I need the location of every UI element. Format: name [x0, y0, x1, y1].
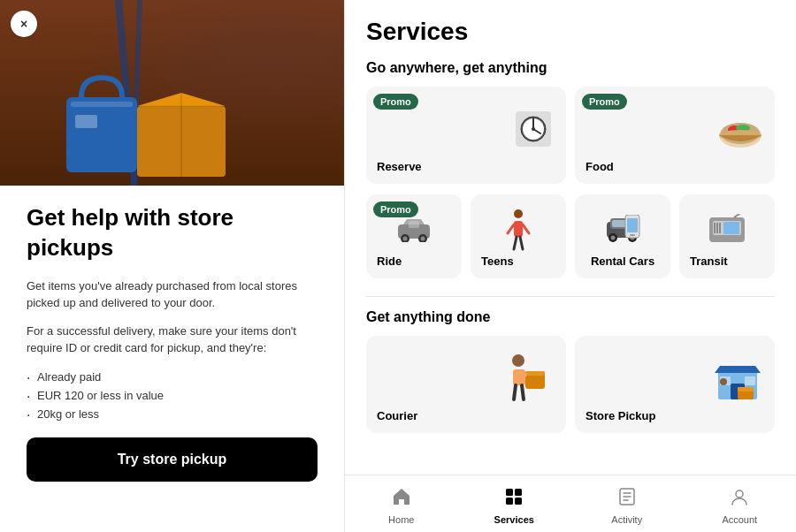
left-heading: Get help with store pickups	[27, 203, 318, 263]
service-card-courier[interactable]: Courier	[366, 336, 566, 433]
svg-line-55	[522, 385, 524, 399]
service-card-rental[interactable]: Rental Cars	[575, 194, 670, 278]
svg-point-23	[421, 237, 425, 241]
svg-rect-39	[627, 218, 638, 232]
svg-line-27	[508, 224, 514, 233]
blue-bag-icon	[62, 71, 142, 177]
teens-label: Teens	[481, 255, 555, 268]
svg-point-63	[720, 378, 727, 385]
svg-point-12	[532, 127, 535, 131]
bottom-nav: Home Services	[345, 475, 796, 532]
service-card-transit[interactable]: Transit	[679, 194, 775, 278]
service-card-teens[interactable]: Teens	[471, 194, 566, 278]
store-pickup-label: Store Pickup	[586, 409, 764, 422]
svg-line-54	[514, 385, 516, 399]
close-button[interactable]: ×	[11, 11, 37, 37]
bullet-item: EUR 120 or less in value	[27, 386, 318, 405]
home-icon	[392, 487, 411, 512]
svg-rect-26	[514, 221, 523, 237]
left-content-area: Get help with store pickups Get items yo…	[0, 186, 344, 532]
svg-rect-40	[630, 234, 635, 236]
left-panel: × Get help with store pickups Get items …	[0, 0, 345, 532]
svg-line-30	[520, 237, 523, 249]
try-store-pickup-button[interactable]: Try store pickup	[27, 437, 318, 482]
food-label: Food	[586, 160, 764, 173]
svg-point-25	[514, 209, 523, 218]
nav-item-activity[interactable]: Activity	[570, 487, 684, 525]
bullet-item: Already paid	[27, 368, 318, 386]
section2-title: Get anything done	[366, 309, 775, 325]
service-card-store-pickup[interactable]: Store Pickup	[575, 336, 775, 433]
right-content-area: Services Go anywhere, get anything Promo	[345, 0, 796, 475]
services-icon	[504, 487, 524, 512]
left-paragraph1: Get items you've already purchased from …	[27, 277, 318, 312]
promo-badge-ride: Promo	[373, 201, 418, 217]
service-card-reserve[interactable]: Promo Reserve	[366, 87, 566, 184]
svg-rect-64	[506, 489, 513, 496]
svg-point-49	[512, 354, 524, 367]
svg-line-53	[522, 375, 525, 378]
section1-title: Go anywhere, get anything	[366, 60, 775, 76]
svg-point-22	[403, 237, 408, 241]
activity-icon	[617, 487, 637, 512]
nav-item-home[interactable]: Home	[345, 487, 458, 525]
nav-item-services[interactable]: Services	[458, 487, 571, 525]
ride-label: Ride	[377, 255, 451, 268]
svg-point-72	[736, 490, 743, 498]
nav-item-account[interactable]: Account	[684, 487, 797, 525]
hero-image: ×	[0, 0, 344, 186]
svg-rect-67	[515, 498, 522, 505]
promo-badge-food: Promo	[582, 94, 627, 110]
right-panel: Services Go anywhere, get anything Promo	[345, 0, 796, 532]
svg-rect-52	[525, 371, 545, 376]
svg-rect-2	[75, 115, 97, 128]
promo-badge-reserve: Promo	[373, 94, 418, 110]
svg-line-29	[514, 237, 517, 249]
svg-marker-57	[715, 366, 761, 373]
svg-rect-66	[506, 498, 513, 505]
page-title: Services	[366, 18, 775, 46]
nav-activity-label: Activity	[611, 514, 642, 525]
yellow-box-icon	[137, 93, 234, 177]
transit-label: Transit	[690, 255, 764, 268]
svg-point-36	[611, 236, 616, 240]
section-divider	[366, 296, 775, 297]
transit-icon	[690, 205, 764, 251]
svg-rect-62	[738, 387, 754, 391]
left-paragraph2: For a successful delivery, make sure you…	[27, 323, 318, 357]
svg-rect-65	[515, 489, 522, 496]
svg-rect-46	[723, 222, 739, 234]
nav-services-label: Services	[494, 514, 534, 525]
rental-label: Rental Cars	[586, 255, 660, 268]
account-icon	[730, 487, 749, 512]
svg-rect-0	[66, 97, 137, 172]
bullet-item: 20kg or less	[27, 405, 318, 423]
rental-icon	[586, 205, 660, 251]
nav-account-label: Account	[722, 514, 757, 525]
store-pickup-icon	[586, 346, 764, 406]
courier-label: Courier	[377, 409, 555, 422]
get-done-grid: Courier	[366, 336, 775, 433]
svg-rect-1	[71, 102, 133, 107]
courier-icon	[377, 346, 555, 406]
teens-icon	[481, 205, 555, 251]
reserve-label: Reserve	[377, 160, 555, 173]
bullet-list: Already paid EUR 120 or less in value 20…	[27, 368, 318, 423]
svg-line-28	[523, 224, 529, 233]
service-card-ride[interactable]: Promo Ride	[366, 194, 462, 278]
services-grid-bottom: Promo Ride	[366, 194, 775, 278]
service-card-food[interactable]: Promo Food	[575, 87, 775, 184]
services-grid-top: Promo Reserve Promo	[366, 87, 775, 184]
nav-home-label: Home	[388, 514, 414, 525]
svg-rect-24	[409, 221, 419, 228]
svg-rect-60	[745, 376, 755, 385]
